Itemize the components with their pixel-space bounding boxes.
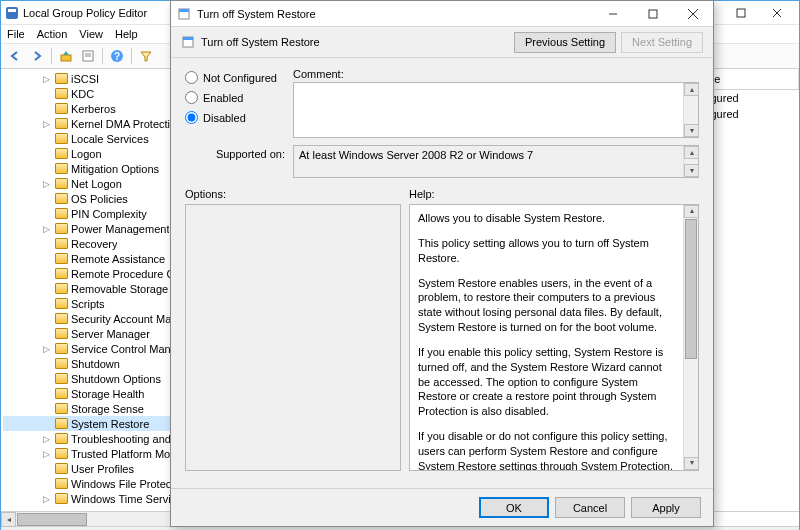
help-text: System Restore enables users, in the eve… — [418, 276, 676, 335]
tree-item-user-profiles[interactable]: User Profiles — [3, 461, 178, 476]
cancel-button[interactable]: Cancel — [555, 497, 625, 518]
folder-icon — [55, 358, 68, 369]
folder-icon — [55, 463, 68, 474]
radio-enabled[interactable]: Enabled — [185, 91, 293, 104]
tree-label: Service Control Manager — [71, 343, 178, 355]
help-pane[interactable]: Allows you to disable System Restore. Th… — [409, 204, 699, 471]
tree-item-locale-services[interactable]: Locale Services — [3, 131, 178, 146]
menu-file[interactable]: File — [7, 28, 25, 40]
expand-icon[interactable]: ▷ — [41, 494, 51, 504]
previous-setting-button[interactable]: Previous Setting — [514, 32, 616, 53]
tree-label: Mitigation Options — [71, 163, 159, 175]
ok-button[interactable]: OK — [479, 497, 549, 518]
expand-icon[interactable]: ▷ — [41, 434, 51, 444]
tree-item-troubleshooting-and-diagnostics[interactable]: ▷Troubleshooting and Diagnostics — [3, 431, 178, 446]
list-col-state[interactable]: ate — [699, 69, 799, 89]
help-text: If you enable this policy setting, Syste… — [418, 345, 676, 419]
expand-icon[interactable]: ▷ — [41, 179, 51, 189]
main-maximize-button[interactable] — [723, 2, 759, 24]
tree-item-net-logon[interactable]: ▷Net Logon — [3, 176, 178, 191]
scroll-down-icon[interactable]: ▾ — [684, 457, 699, 470]
options-label: Options: — [185, 188, 409, 200]
expand-icon[interactable]: ▷ — [41, 74, 51, 84]
tree-label: Storage Sense — [71, 403, 144, 415]
tree-panel[interactable]: ▷iSCSIKDCKerberos▷Kernel DMA ProtectionL… — [1, 69, 179, 511]
folder-icon — [55, 283, 68, 294]
tree-label: Kernel DMA Protection — [71, 118, 178, 130]
tree-item-security-account-manager[interactable]: Security Account Manager — [3, 311, 178, 326]
folder-icon — [55, 418, 68, 429]
expand-icon[interactable]: ▷ — [41, 224, 51, 234]
apply-button[interactable]: Apply — [631, 497, 701, 518]
scroll-down-icon: ▾ — [684, 164, 699, 177]
up-button[interactable] — [56, 46, 76, 66]
menu-action[interactable]: Action — [37, 28, 68, 40]
scroll-up-icon[interactable]: ▴ — [684, 83, 699, 96]
tree-label: Kerberos — [71, 103, 116, 115]
comment-label: Comment: — [293, 68, 699, 80]
tree-item-kdc[interactable]: KDC — [3, 86, 178, 101]
tree-item-os-policies[interactable]: OS Policies — [3, 191, 178, 206]
radio-disabled[interactable]: Disabled — [185, 111, 293, 124]
tree-item-kernel-dma-protection[interactable]: ▷Kernel DMA Protection — [3, 116, 178, 131]
tree-item-service-control-manager[interactable]: ▷Service Control Manager — [3, 341, 178, 356]
tree-item-iscsi[interactable]: ▷iSCSI — [3, 71, 178, 86]
tree-label: PIN Complexity — [71, 208, 147, 220]
folder-icon — [55, 163, 68, 174]
dialog-titlebar[interactable]: Turn off System Restore — [171, 1, 713, 27]
scroll-up-icon[interactable]: ▴ — [684, 205, 699, 218]
tree-item-power-management[interactable]: ▷Power Management — [3, 221, 178, 236]
tree-item-logon[interactable]: Logon — [3, 146, 178, 161]
supported-textbox: At least Windows Server 2008 R2 or Windo… — [293, 145, 699, 178]
folder-icon — [55, 403, 68, 414]
tree-item-windows-time-service[interactable]: ▷Windows Time Service — [3, 491, 178, 506]
menu-view[interactable]: View — [79, 28, 103, 40]
tree-item-storage-sense[interactable]: Storage Sense — [3, 401, 178, 416]
scroll-left-icon[interactable]: ◂ — [1, 512, 16, 527]
comment-textbox[interactable]: ▴▾ — [293, 82, 699, 138]
tree-item-kerberos[interactable]: Kerberos — [3, 101, 178, 116]
dialog-minimize-button[interactable] — [593, 1, 633, 26]
tree-label: Storage Health — [71, 388, 144, 400]
app-icon — [5, 6, 19, 20]
tree-item-scripts[interactable]: Scripts — [3, 296, 178, 311]
scroll-down-icon[interactable]: ▾ — [684, 124, 699, 137]
expand-icon[interactable]: ▷ — [41, 119, 51, 129]
tree-item-shutdown-options[interactable]: Shutdown Options — [3, 371, 178, 386]
scroll-up-icon: ▴ — [684, 146, 699, 159]
folder-icon — [55, 178, 68, 189]
policy-icon — [177, 7, 191, 21]
tree-item-storage-health[interactable]: Storage Health — [3, 386, 178, 401]
tree-item-system-restore[interactable]: System Restore — [3, 416, 178, 431]
svg-rect-15 — [649, 10, 657, 18]
dialog-close-button[interactable] — [673, 1, 713, 26]
tree-item-recovery[interactable]: Recovery — [3, 236, 178, 251]
tree-label: Server Manager — [71, 328, 150, 340]
tree-item-shutdown[interactable]: Shutdown — [3, 356, 178, 371]
tree-label: Trusted Platform Module — [71, 448, 178, 460]
help-scrollbar[interactable]: ▴ ▾ — [683, 205, 698, 470]
filter-button[interactable] — [136, 46, 156, 66]
properties-button[interactable] — [78, 46, 98, 66]
expand-icon[interactable]: ▷ — [41, 344, 51, 354]
tree-item-pin-complexity[interactable]: PIN Complexity — [3, 206, 178, 221]
tree-item-windows-file-protection[interactable]: Windows File Protection — [3, 476, 178, 491]
tree-item-remote-procedure-call[interactable]: Remote Procedure Call — [3, 266, 178, 281]
radio-not-configured[interactable]: Not Configured — [185, 71, 293, 84]
back-button[interactable] — [5, 46, 25, 66]
menu-help[interactable]: Help — [115, 28, 138, 40]
tree-item-server-manager[interactable]: Server Manager — [3, 326, 178, 341]
tree-item-removable-storage-access[interactable]: Removable Storage Access — [3, 281, 178, 296]
expand-icon[interactable]: ▷ — [41, 449, 51, 459]
tree-item-remote-assistance[interactable]: Remote Assistance — [3, 251, 178, 266]
folder-icon — [55, 328, 68, 339]
tree-item-trusted-platform-module[interactable]: ▷Trusted Platform Module — [3, 446, 178, 461]
help-button[interactable]: ? — [107, 46, 127, 66]
forward-button[interactable] — [27, 46, 47, 66]
tree-item-mitigation-options[interactable]: Mitigation Options — [3, 161, 178, 176]
folder-icon — [55, 313, 68, 324]
folder-icon — [55, 148, 68, 159]
main-close-button[interactable] — [759, 2, 795, 24]
folder-icon — [55, 88, 68, 99]
dialog-maximize-button[interactable] — [633, 1, 673, 26]
